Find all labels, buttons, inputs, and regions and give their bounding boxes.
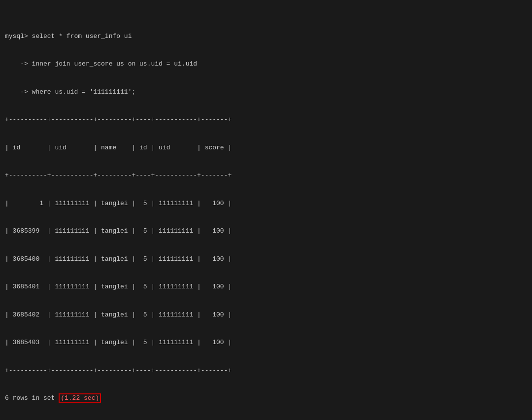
row-1-6: | 3685403 | 111111111 | tanglei | 5 | 11… bbox=[5, 338, 527, 348]
line-1: mysql> select * from user_info ui bbox=[5, 32, 527, 41]
sep-1: +----------+-----------+---------+----+-… bbox=[5, 115, 527, 125]
sep-2: +----------+-----------+---------+----+-… bbox=[5, 171, 527, 180]
header-1: | id | uid | name | id | uid | score | bbox=[5, 143, 527, 153]
row-1-1: | 1 | 111111111 | tanglei | 5 | 11111111… bbox=[5, 199, 527, 209]
row-1-2: | 3685399 | 111111111 | tanglei | 5 | 11… bbox=[5, 227, 527, 236]
timing-1: (1.22 sec) bbox=[59, 393, 101, 403]
terminal: mysql> select * from user_info ui -> inn… bbox=[0, 0, 532, 420]
line-3: -> where us.uid = '111111111'; bbox=[5, 88, 527, 97]
line-2: -> inner join user_score us on us.uid = … bbox=[5, 60, 527, 69]
row-1-4: | 3685401 | 111111111 | tanglei | 5 | 11… bbox=[5, 282, 527, 292]
sep-3: +----------+-----------+---------+----+-… bbox=[5, 366, 527, 376]
row-1-5: | 3685402 | 111111111 | tanglei | 5 | 11… bbox=[5, 311, 527, 320]
row-1-3: | 3685400 | 111111111 | tanglei | 5 | 11… bbox=[5, 255, 527, 264]
result-1: 6 rows in set (1.22 sec) bbox=[5, 394, 527, 403]
